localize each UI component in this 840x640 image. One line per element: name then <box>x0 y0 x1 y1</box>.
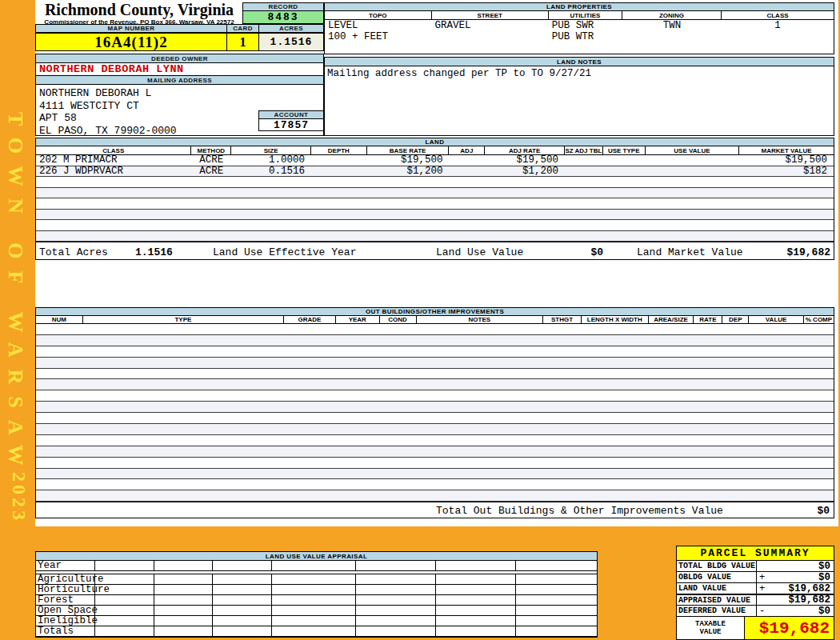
table-row <box>36 390 834 402</box>
effective-year-label: Land Use Effective Year <box>213 246 356 258</box>
cell <box>565 188 603 198</box>
empty-cell <box>272 574 355 584</box>
map-number-value: 16A4(11)2 <box>35 33 227 51</box>
table-row <box>36 479 834 490</box>
land-notes-title: LAND NOTES <box>325 58 834 66</box>
cell: 0.1516 <box>231 166 311 177</box>
column-header: NOTES <box>417 316 544 323</box>
column-header: % COMP <box>804 316 834 323</box>
out-buildings-total-row: Total Out Buildings & Other Improvements… <box>36 502 834 518</box>
summary-sign <box>757 561 770 571</box>
deeded-owner-value: NORTHERN DEBORAH LYNN <box>36 63 323 76</box>
land-table: LAND CLASSMETHODSIZEDEPTHBASE RATEADJADJ… <box>35 138 834 260</box>
table-row: Forest <box>36 595 597 606</box>
cell <box>432 31 549 42</box>
summary-label: OBLDG VALUE <box>677 572 757 582</box>
summary-label: LAND VALUE <box>677 583 757 594</box>
cell <box>367 198 450 209</box>
cell <box>646 166 740 177</box>
cell: $19,500 <box>485 155 565 166</box>
empty-cell <box>213 626 272 636</box>
cell <box>739 231 834 242</box>
cell <box>565 166 603 177</box>
empty-cell <box>436 561 516 570</box>
table-row <box>36 188 834 199</box>
summary-row: LAND VALUE+$19,682 <box>677 583 834 594</box>
column-header: STHGT <box>543 316 582 323</box>
table-row: Year <box>36 561 597 571</box>
cell <box>565 220 603 230</box>
cell <box>485 177 565 187</box>
empty-cell <box>95 595 154 605</box>
cell: $1,200 <box>485 166 565 177</box>
account-label: ACCOUNT <box>258 110 324 119</box>
cell <box>646 177 740 187</box>
property-record-card: TOWN OF WARSAW 2023 Richmond County, Vir… <box>0 0 840 640</box>
column-header: MARKET VALUE <box>739 146 834 154</box>
column-header: LENGTH X WIDTH <box>582 316 649 323</box>
acres-value: 1.1516 <box>258 33 324 51</box>
summary-sign <box>757 595 770 605</box>
column-header: NUM <box>36 316 83 323</box>
cell <box>449 188 485 198</box>
empty-cell <box>95 561 154 570</box>
table-row <box>36 458 834 469</box>
cell <box>191 210 231 220</box>
cell <box>603 198 646 209</box>
table-row: 202 M PRIMACRACRE1.0000$19,500$19,500$19… <box>36 155 834 166</box>
cell <box>449 198 485 209</box>
row-label: Horticulture <box>36 585 95 594</box>
cell <box>565 210 603 220</box>
cell <box>739 177 834 187</box>
acres-label: ACRES <box>258 24 324 33</box>
cell <box>311 188 367 198</box>
column-header: VALUE <box>749 316 804 323</box>
column-header: DEPTH <box>311 146 367 154</box>
table-row <box>36 446 834 458</box>
land-properties-colheader: TOPOSTREETUTILITIESZONINGCLASS <box>325 11 834 20</box>
empty-cell <box>516 574 597 584</box>
appraisal-body: YearAgricultureHorticultureForestOpen Sp… <box>36 561 597 637</box>
table-row <box>36 402 834 413</box>
parcel-summary-title: PARCEL SUMMARY <box>677 546 834 561</box>
out-buildings-body <box>36 324 834 502</box>
empty-cell <box>516 606 597 615</box>
land-market-value-label: Land Market Value <box>637 246 743 258</box>
cell <box>622 31 722 42</box>
town-banner: TOWN OF WARSAW <box>3 112 27 478</box>
mailing-address-label: MAILING ADDRESS <box>36 76 323 85</box>
cell <box>191 220 231 230</box>
empty-cell <box>213 606 272 615</box>
column-header: USE TYPE <box>603 146 646 154</box>
cell <box>646 210 740 220</box>
summary-row: TOTAL BLDG VALUE$0 <box>677 561 834 572</box>
summary-row: DEFERRED VALUE-$0 <box>677 606 834 617</box>
land-use-value-label: Land Use Value <box>436 246 523 258</box>
cell: ACRE <box>191 166 231 177</box>
table-row <box>36 210 834 221</box>
row-label: Agriculture <box>36 574 95 584</box>
cell <box>231 188 311 198</box>
empty-cell <box>356 616 436 626</box>
column-header: ZONING <box>622 11 722 19</box>
cell: PUB SWR <box>549 20 622 31</box>
cell <box>565 177 603 187</box>
column-header: CLASS <box>36 146 191 154</box>
cell <box>367 188 450 198</box>
empty-cell <box>516 561 597 570</box>
empty-cell <box>356 626 436 636</box>
cell <box>565 198 603 209</box>
table-row: Totals <box>36 626 597 637</box>
land-use-appraisal-table: LAND USE VALUE APPRAISAL YearAgriculture… <box>35 551 598 638</box>
land-use-appraisal-title: LAND USE VALUE APPRAISAL <box>36 552 597 561</box>
summary-label: APPRAISED VALUE <box>677 595 757 605</box>
empty-cell <box>436 616 516 626</box>
table-row <box>36 324 834 335</box>
cell <box>231 210 311 220</box>
cell: $182 <box>739 166 834 177</box>
table-row: LEVELGRAVELPUB SWRTWN1 <box>325 20 834 31</box>
land-total-row: Total Acres 1.1516 Land Use Effective Ye… <box>36 242 834 261</box>
account-box: ACCOUNT 17857 <box>258 110 324 131</box>
record-value: 8483 <box>242 11 324 24</box>
cell <box>36 210 191 220</box>
